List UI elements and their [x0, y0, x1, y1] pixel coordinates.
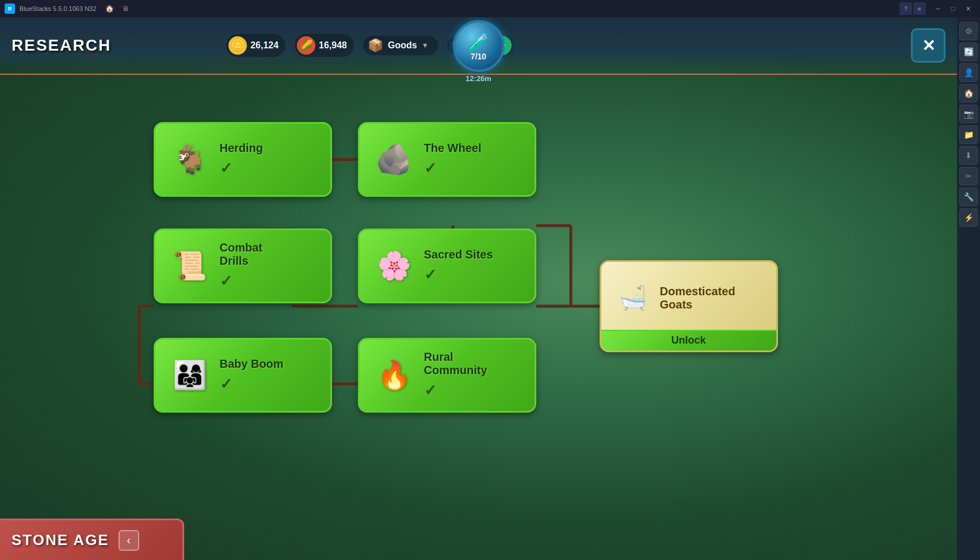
monitor-icon[interactable]: 🖥 [120, 3, 131, 14]
goods-icon: 📦 [368, 38, 383, 53]
bluestacks-logo: B [5, 3, 15, 14]
sacred-check: ✓ [424, 266, 523, 284]
gold-resource: 🪙 26,124 [226, 34, 285, 57]
page-title: RESEARCH [12, 36, 111, 55]
combat-check: ✓ [220, 272, 319, 290]
age-title: STONE AGE [12, 531, 109, 549]
wheel-check: ✓ [424, 159, 523, 177]
sidebar-btn-7[interactable]: ✂ [959, 167, 978, 185]
combat-content: CombatDrills ✓ [220, 241, 319, 290]
maximize-button[interactable]: □ [945, 3, 960, 14]
goats-title: Domesticated Goats [660, 285, 765, 311]
right-sidebar: ⚙ 🔄 👤 🏠 📷 📁 ⬇ ✂ 🔧 ⚡ [957, 17, 980, 560]
herding-card[interactable]: 🐐 Herding ✓ [154, 122, 332, 197]
sacred-sites-card[interactable]: 🌸 Sacred Sites ✓ [358, 228, 536, 303]
goods-area: 📦 Goods ▼ [363, 36, 438, 55]
rural-community-card[interactable]: 🔥 RuralCommunity ✓ [358, 338, 536, 413]
minimize-button[interactable]: ─ [931, 3, 945, 14]
goats-content: Domesticated Goats [660, 285, 765, 311]
sidebar-btn-2[interactable]: 👤 [959, 63, 978, 82]
wheel-icon: 🪨 [371, 136, 417, 182]
the-wheel-card[interactable]: 🪨 The Wheel ✓ [358, 122, 536, 197]
rural-title: RuralCommunity [424, 351, 523, 377]
sidebar-btn-9[interactable]: ⚡ [959, 208, 978, 227]
herding-check: ✓ [220, 159, 319, 177]
combat-title: CombatDrills [220, 241, 319, 268]
herding-title: Herding [220, 142, 319, 155]
sacred-icon: 🌸 [371, 243, 417, 289]
goods-dropdown-icon: ▼ [422, 41, 429, 49]
flask-count: 7/10 [471, 52, 486, 60]
combat-icon: 📜 [167, 243, 213, 289]
food-icon: 🌽 [297, 36, 315, 55]
sidebar-btn-0[interactable]: ⚙ [959, 22, 978, 40]
baby-boom-content: Baby Boom ✓ [220, 357, 319, 393]
sidebar-btn-5[interactable]: 📁 [959, 125, 978, 144]
flask-timer: 12:26m [466, 74, 491, 83]
combat-drills-card[interactable]: 📜 CombatDrills ✓ [154, 228, 332, 303]
wheel-title: The Wheel [424, 142, 523, 155]
unlock-label: Unlock [671, 334, 706, 346]
herding-icon: 🐐 [167, 136, 213, 182]
baby-boom-icon: 👨‍👩‍👧 [167, 352, 213, 398]
flask-container: 🧪 7/10 12:26m [453, 20, 505, 83]
sidebar-btn-4[interactable]: 📷 [959, 105, 978, 123]
sidebar-btn-8[interactable]: 🔧 [959, 188, 978, 206]
domesticated-goats-card[interactable]: 🛁 Domesticated Goats Unlock [600, 260, 778, 352]
sidebar-btn-6[interactable]: ⬇ [959, 146, 978, 165]
sacred-title: Sacred Sites [424, 248, 523, 261]
unlock-bar[interactable]: Unlock [601, 330, 776, 351]
bs-right-icons: ? ≡ [899, 2, 926, 15]
help-icon[interactable]: ? [899, 2, 912, 15]
food-resource: 🌽 16,948 [295, 34, 354, 57]
gold-icon: 🪙 [228, 36, 247, 55]
goods-label: Goods [388, 40, 417, 51]
flask-circle[interactable]: 🧪 7/10 [453, 20, 505, 72]
bluestacks-bar: B BlueStacks 5.5.0.1063 N32 🏠 🖥 ? ≡ ─ □ … [0, 0, 980, 17]
close-window-button[interactable]: ✕ [960, 3, 975, 14]
game-area: RESEARCH 🪙 26,124 🌽 16,948 🧪 [0, 17, 957, 560]
goats-icon: 🛁 [613, 278, 653, 318]
menu-icon[interactable]: ≡ [913, 2, 926, 15]
flask-icon: 🧪 [468, 32, 489, 52]
header-bar: RESEARCH 🪙 26,124 🌽 16,948 🧪 [0, 17, 957, 75]
bottom-bar: STONE AGE ‹ [0, 519, 184, 560]
close-research-button[interactable]: ✕ [911, 28, 945, 63]
rural-icon: 🔥 [371, 352, 417, 398]
research-tree: 🐐 Herding ✓ 🪨 The Wheel ✓ [110, 102, 847, 493]
goats-card-inner: 🛁 Domesticated Goats [601, 262, 776, 330]
wheel-content: The Wheel ✓ [424, 142, 523, 177]
bluestacks-icons: 🏠 🖥 [103, 3, 131, 14]
rural-content: RuralCommunity ✓ [424, 351, 523, 399]
bluestacks-title: BlueStacks 5.5.0.1063 N32 [20, 5, 96, 12]
sacred-content: Sacred Sites ✓ [424, 248, 523, 284]
rural-check: ✓ [424, 382, 523, 399]
sidebar-btn-1[interactable]: 🔄 [959, 43, 978, 61]
baby-boom-check: ✓ [220, 375, 319, 393]
nav-back-button[interactable]: ‹ [119, 530, 139, 551]
food-value: 16,948 [319, 40, 347, 51]
research-content: 🐐 Herding ✓ 🪨 The Wheel ✓ [0, 81, 957, 514]
sidebar-btn-3[interactable]: 🏠 [959, 84, 978, 102]
page-title-area: RESEARCH [12, 36, 111, 55]
gold-value: 26,124 [250, 40, 279, 51]
herding-content: Herding ✓ [220, 142, 319, 177]
baby-boom-card[interactable]: 👨‍👩‍👧 Baby Boom ✓ [154, 338, 332, 413]
home-icon[interactable]: 🏠 [103, 3, 116, 14]
baby-boom-title: Baby Boom [220, 357, 319, 371]
window-controls: ─ □ ✕ [931, 3, 975, 14]
header-resources: 🪙 26,124 🌽 16,948 🧪 7/10 12:26 [226, 34, 512, 57]
